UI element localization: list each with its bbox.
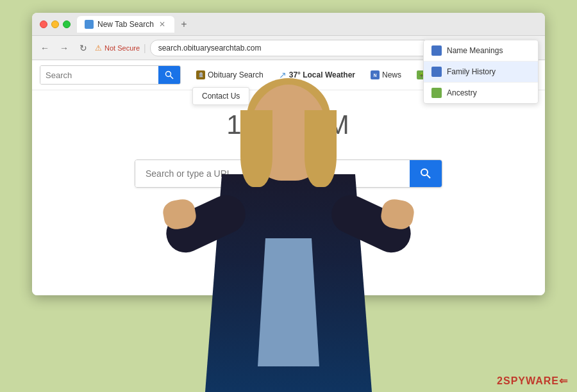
svg-line-3 — [427, 175, 430, 178]
traffic-lights — [40, 20, 71, 28]
tab-bar: New Tab Search ✕ + — [77, 16, 537, 33]
toolbar-search-button[interactable] — [158, 66, 180, 84]
dropdown-item-name-meanings[interactable]: Name Meanings — [424, 40, 538, 61]
dropdown-item-family-history[interactable]: Family History — [424, 61, 538, 83]
time-display: 11:39 AM — [226, 110, 350, 140]
refresh-button[interactable]: ↻ — [76, 40, 91, 56]
maximize-button[interactable] — [63, 20, 71, 28]
dropdown-menu: Name Meanings Family History Ancestry — [423, 40, 539, 104]
watermark-text: 2SPYWARE — [497, 375, 559, 386]
close-button[interactable] — [40, 20, 47, 28]
main-search-bar[interactable] — [135, 159, 442, 188]
nav-weather-label: 37° Local Weather — [289, 70, 355, 79]
security-text: Not Secure — [105, 44, 140, 52]
main-search-input[interactable] — [135, 160, 410, 187]
search-icon — [165, 70, 174, 79]
tab-label: New Tab Search — [97, 20, 154, 29]
contact-us-label[interactable]: Contact Us — [202, 92, 240, 101]
nav-obituary[interactable]: 🪦 Obituary Search Contact Us — [192, 68, 267, 82]
ancestry-icon — [431, 88, 442, 98]
toolbar-search-input[interactable] — [40, 66, 158, 84]
browser-main-content: 11:39 AM RECIPES — [32, 90, 545, 295]
forward-button[interactable]: → — [56, 40, 72, 56]
main-search-area: 11:39 AM RECIPES — [32, 90, 545, 221]
obituary-icon: 🪦 — [196, 70, 205, 79]
active-tab[interactable]: New Tab Search ✕ — [77, 16, 174, 33]
name-meanings-label: Name Meanings — [447, 46, 503, 55]
browser-window: New Tab Search ✕ + ← → ↻ ⚠ Not Secure | … — [32, 13, 545, 295]
toolbar-search-box[interactable] — [40, 65, 181, 85]
svg-point-2 — [421, 169, 428, 176]
nav-obituary-label: Obituary Search — [208, 70, 263, 79]
nav-news-label: News — [382, 70, 401, 79]
family-history-icon — [431, 67, 442, 77]
title-bar: New Tab Search ✕ + — [32, 13, 545, 36]
nav-news[interactable]: N News — [367, 68, 405, 82]
watermark: 2SPYWARE⇐ — [497, 375, 568, 387]
svg-point-0 — [166, 72, 171, 77]
tab-favicon — [85, 20, 94, 29]
ancestry-label: Ancestry — [447, 88, 477, 97]
main-search-button[interactable] — [410, 160, 442, 187]
news-icon: N — [371, 70, 380, 79]
url-text: search.obituarysearchtab.com — [158, 44, 262, 53]
contact-dropdown: Contact Us — [192, 87, 249, 105]
security-indicator: ⚠ Not Secure — [95, 44, 140, 53]
name-meanings-icon — [431, 45, 442, 56]
main-search-icon — [420, 168, 431, 179]
family-history-label: Family History — [447, 67, 496, 76]
svg-line-1 — [171, 76, 174, 79]
recipes-badge: RECIPES — [276, 197, 317, 208]
minimize-button[interactable] — [51, 20, 59, 28]
green-badge — [261, 197, 271, 208]
dropdown-item-ancestry[interactable]: Ancestry — [424, 83, 538, 103]
site-toolbar: 🪦 Obituary Search Contact Us ↗ 37° Local… — [32, 60, 545, 90]
watermark-arrow: ⇐ — [559, 375, 568, 386]
weather-icon: ↗ — [279, 70, 287, 80]
new-tab-button[interactable]: + — [177, 17, 191, 31]
tab-close-button[interactable]: ✕ — [158, 20, 167, 29]
warning-icon: ⚠ — [95, 44, 102, 53]
nav-weather[interactable]: ↗ 37° Local Weather — [275, 67, 359, 83]
separator: | — [144, 43, 146, 53]
back-button[interactable]: ← — [37, 40, 53, 56]
